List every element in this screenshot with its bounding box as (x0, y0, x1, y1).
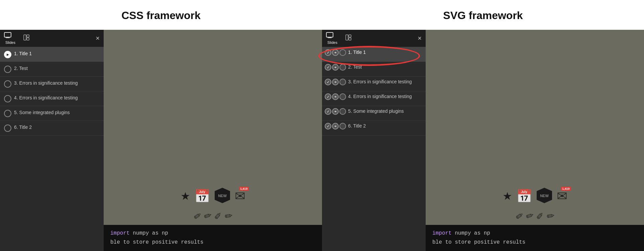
svg-mail-icon: ✉ (557, 189, 567, 203)
svg-slide-item-3[interactable]: 3. Errors in significance testing (322, 77, 426, 91)
css-calendar-icon: 📅 (194, 189, 210, 203)
css-slide-list: 1. Title 1 2. Test (0, 47, 104, 251)
svg-circle-6 (339, 123, 346, 130)
svg-slide-list: 1. Title 1 2. Test (322, 47, 426, 251)
svg-slide-2-icons (325, 64, 347, 71)
css-slide-radio-6 (4, 124, 11, 132)
css-mail-badge: 1,419 (239, 187, 249, 191)
svg-slide-1-icons (325, 49, 347, 56)
css-slides-tab[interactable]: Slides (4, 32, 17, 45)
svg-slides-label: Slides (327, 40, 337, 45)
svg-slide-item-5[interactable]: 5. Some integrated plugins (322, 106, 426, 121)
svg-calendar-icon: 📅 (516, 189, 532, 203)
svg-slides-tab[interactable]: Slides (326, 32, 339, 45)
svg-slide-label-2: 2. Test (348, 64, 423, 71)
css-icon-row-2: ✏ ✏ ✏ ✏ (104, 208, 322, 225)
css-slide-label-6: 6. Title 2 (14, 124, 100, 131)
svg-check-6 (325, 123, 331, 130)
svg-slide-item-4[interactable]: 4. Errors in significance testing (322, 91, 426, 106)
layout-icon (23, 34, 29, 42)
svg-rect-8 (326, 32, 333, 37)
css-slide-item-4[interactable]: 4. Errors in significance testing (0, 91, 104, 106)
svg-text:NEW: NEW (218, 194, 227, 198)
css-slide-panel: Slides × (0, 30, 104, 251)
svg-import-rest: numpy as np (455, 230, 490, 236)
svg-rect-11 (346, 35, 348, 40)
slides-label: Slides (5, 40, 15, 45)
css-new-badge-wrapper: NEW (214, 187, 231, 205)
svg-text:NEW: NEW (540, 194, 549, 198)
css-slide-item-3[interactable]: 3. Errors in significance testing (0, 77, 104, 91)
svg-check-1 (325, 49, 331, 56)
svg-circle-5 (339, 108, 346, 115)
css-demo-area: Slides × (0, 30, 322, 251)
svg-rect-12 (349, 35, 351, 37)
svg-slide-item-2[interactable]: 2. Test (322, 62, 426, 77)
css-code-line2-text: ble to store positive results (110, 239, 203, 245)
svg-rect-13 (349, 38, 351, 40)
svg-code-strip: import numpy as np ble to store positive… (426, 225, 644, 251)
svg-layout-tab[interactable] (345, 34, 357, 42)
css-slide-label-1: 1. Title 1 (14, 51, 100, 57)
svg-new-icon: NEW (536, 187, 553, 204)
svg-slide-6-icons (325, 123, 347, 130)
svg-slide-4-icons (325, 93, 347, 100)
css-code-line2: ble to store positive results (110, 238, 315, 247)
svg-slide-bg: ★ 📅 NEW ✉ 1,419 (426, 30, 644, 225)
svg-check-2 (325, 64, 331, 71)
svg-rect-5 (27, 38, 29, 40)
svg-icon-row-1: ★ 📅 NEW ✉ 1,419 (426, 180, 644, 208)
svg-close-button[interactable]: × (418, 34, 422, 42)
css-slide-radio-5 (4, 110, 11, 117)
css-close-button[interactable]: × (96, 34, 100, 42)
svg-code-line1: import numpy as np (432, 229, 637, 238)
css-import-keyword: import (110, 230, 130, 236)
svg-demo-area: Slides × (322, 30, 644, 251)
css-slide-label-4: 4. Errors in significance testing (14, 95, 100, 101)
svg-panel-toolbar: Slides × (322, 30, 426, 47)
css-slide-item-1[interactable]: 1. Title 1 (0, 47, 104, 62)
svg-mail-badge-wrapper: ✉ 1,419 (557, 189, 567, 203)
css-slide-radio-2 (4, 66, 11, 73)
svg-slide-3-icons (325, 79, 347, 85)
css-slide-item-2[interactable]: 2. Test (0, 62, 104, 77)
css-panel-toolbar: Slides × (0, 30, 104, 47)
css-slide-radio-3 (4, 80, 11, 88)
svg-slide-item-1[interactable]: 1. Title 1 (322, 47, 426, 62)
svg-check-5 (325, 108, 331, 115)
svg-arrow-5 (332, 108, 339, 115)
css-slide-label-5: 5. Some integrated plugins (14, 109, 100, 116)
svg-circle-3 (339, 79, 346, 85)
svg-layout-icon (345, 34, 351, 42)
css-import-rest: numpy as np (133, 230, 168, 236)
css-layout-tab[interactable] (23, 34, 35, 42)
css-framework-title: CSS framework (121, 9, 201, 22)
svg-code-line2: ble to store positive results (432, 238, 637, 247)
svg-slide-label-3: 3. Errors in significance testing (348, 79, 423, 85)
svg-mail-badge: 1,419 (561, 187, 571, 191)
css-slide-item-6[interactable]: 6. Title 2 (0, 121, 104, 136)
css-slide-radio-1 (4, 51, 11, 58)
css-code-line1: import numpy as np (110, 229, 315, 238)
css-new-icon: NEW (214, 187, 231, 204)
svg-slide-label-1: 1. Title 1 (348, 49, 423, 56)
css-slide-radio-4 (4, 95, 11, 102)
svg-icon-row-2: ✏ ✏ ✏ ✏ (426, 208, 644, 225)
svg-slide-label-6: 6. Title 2 (348, 123, 423, 130)
svg-pencil-2-icon: ✏ (524, 210, 535, 223)
css-framework-section: CSS framework Slides (0, 0, 322, 251)
css-slide-item-5[interactable]: 5. Some integrated plugins (0, 106, 104, 121)
css-pencil-2-icon: ✏ (202, 210, 213, 223)
svg-arrow-4 (332, 93, 339, 100)
svg-arrow-6 (332, 123, 339, 130)
svg-arrow-1 (332, 49, 339, 56)
svg-pencil-1-icon: ✏ (513, 209, 526, 223)
svg-arrow-3 (332, 79, 339, 85)
svg-circle-1 (339, 49, 346, 56)
svg-framework-title: SVG framework (443, 9, 523, 22)
svg-rect-3 (24, 35, 26, 40)
css-icon-row-1: ★ 📅 NEW ✉ 1,419 (104, 180, 322, 208)
css-pencil-3-icon: ✏ (211, 210, 225, 223)
svg-slide-item-6[interactable]: 6. Title 2 (322, 121, 426, 136)
svg-arrow-2 (332, 64, 339, 71)
